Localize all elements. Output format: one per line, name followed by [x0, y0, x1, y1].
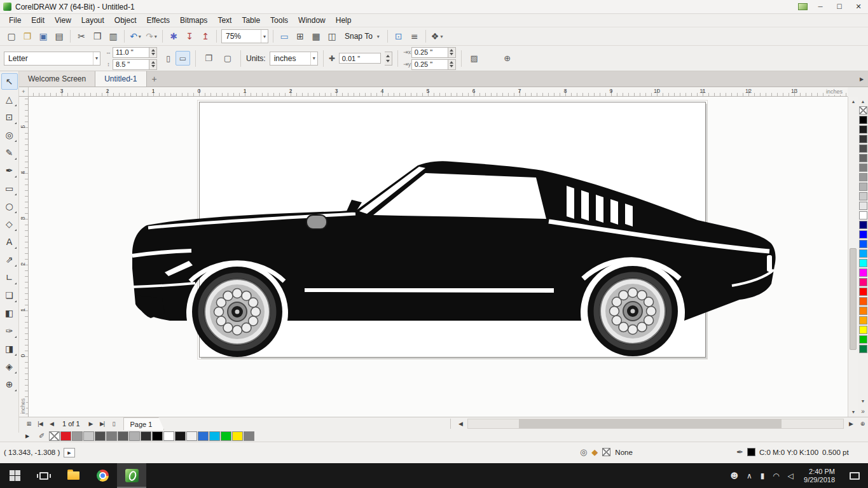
straight-line-connector-tool[interactable]: ∟	[1, 269, 18, 286]
battery-icon[interactable]: ▮	[761, 471, 765, 480]
fill-type-icon[interactable]: ◆	[591, 447, 598, 457]
action-center-button[interactable]	[841, 463, 868, 488]
search-content-button[interactable]: ✱	[166, 29, 181, 44]
hscroll-left-button[interactable]: ◀	[455, 418, 466, 429]
menu-item-tools[interactable]: Tools	[265, 15, 293, 26]
next-page-button[interactable]: ▶	[85, 418, 97, 429]
color-swatch[interactable]	[859, 278, 867, 286]
treat-as-filled-button[interactable]: ▨	[467, 51, 482, 66]
color-swatch[interactable]	[859, 211, 867, 220]
rear-wheel[interactable]	[588, 266, 678, 356]
color-swatch[interactable]	[129, 431, 140, 441]
car-drawing[interactable]	[130, 160, 779, 358]
undo-button[interactable]: ↶▾	[128, 29, 143, 44]
color-swatch[interactable]	[859, 345, 867, 353]
units-select[interactable]: inches ▾	[270, 52, 318, 66]
drawing-canvas[interactable]	[29, 97, 848, 417]
tab-welcome-screen[interactable]: Welcome Screen	[19, 71, 95, 87]
duplicate-x-field[interactable]: 0.25 "	[411, 47, 448, 58]
menu-item-view[interactable]: View	[50, 15, 76, 26]
menu-item-layout[interactable]: Layout	[76, 15, 109, 26]
page-icon[interactable]: ▯	[108, 418, 120, 429]
tab-scroll-right-button[interactable]: ▶	[857, 74, 867, 84]
menu-item-bitmaps[interactable]: Bitmaps	[175, 15, 212, 26]
color-swatch[interactable]	[232, 431, 243, 441]
menu-item-text[interactable]: Text	[212, 15, 237, 26]
color-swatch[interactable]	[186, 431, 197, 441]
rectangle-tool[interactable]: ▭	[1, 180, 18, 197]
close-button[interactable]: ✕	[849, 0, 868, 13]
menu-item-window[interactable]: Window	[293, 15, 331, 26]
volume-icon[interactable]: ◁	[788, 471, 794, 480]
palette-expand-button[interactable]: »	[858, 407, 868, 415]
smart-fill-tool[interactable]: ◈	[1, 358, 18, 375]
color-swatch[interactable]	[859, 106, 867, 115]
show-guidelines-button[interactable]: ◫	[324, 29, 340, 44]
color-swatch[interactable]	[95, 431, 106, 441]
hidden-icons-chevron[interactable]: ∧	[747, 471, 752, 480]
menu-item-object[interactable]: Object	[109, 15, 142, 26]
import-button[interactable]: ↧	[182, 29, 197, 44]
menu-item-file[interactable]: File	[4, 15, 26, 26]
color-swatch[interactable]	[859, 183, 867, 191]
scroll-up-button[interactable]: ▲	[848, 97, 858, 106]
duplicate-x-spinner[interactable]	[448, 47, 456, 58]
text-tool[interactable]: A	[1, 234, 18, 250]
vertical-scrollbar[interactable]: ▲ ▼	[848, 97, 858, 417]
page-width-field[interactable]: 11.0 "	[113, 47, 149, 58]
page-tab-page-1[interactable]: Page 1	[123, 417, 165, 430]
tail-light[interactable]	[767, 255, 772, 272]
portrait-button[interactable]: ▯	[161, 51, 176, 66]
redo-button[interactable]: ↷▾	[144, 29, 159, 44]
nudge-spinner[interactable]	[385, 52, 392, 66]
color-swatch[interactable]	[859, 173, 867, 181]
show-rulers-button[interactable]: ⊞	[293, 29, 308, 44]
color-swatch[interactable]	[152, 431, 163, 441]
color-swatch[interactable]	[859, 335, 867, 344]
palette-flyout-button[interactable]: ▶	[25, 433, 34, 439]
outline-pen-icon[interactable]: ✒	[736, 447, 743, 457]
open-button[interactable]: ❐	[20, 29, 35, 44]
duplicate-y-spinner[interactable]	[448, 59, 456, 70]
first-page-button[interactable]: |◀	[34, 418, 46, 429]
color-swatch[interactable]	[175, 431, 186, 441]
color-swatch[interactable]	[198, 431, 209, 441]
start-button[interactable]	[0, 463, 29, 488]
maximize-button[interactable]: ☐	[830, 0, 849, 13]
zoom-tool[interactable]: ◎	[1, 127, 18, 143]
color-swatch[interactable]	[221, 431, 231, 441]
hscroll-right-button[interactable]: ▶	[845, 418, 857, 429]
drop-shadow-tool[interactable]: ❏	[1, 287, 18, 303]
front-wheel[interactable]	[192, 267, 282, 357]
color-swatch[interactable]	[859, 240, 867, 248]
parallel-dimension-tool[interactable]: ⇗	[1, 251, 18, 268]
palette-scroll-up-button[interactable]: ▲	[858, 97, 868, 106]
copy-button[interactable]: ❒	[90, 29, 105, 44]
color-swatch[interactable]	[60, 431, 71, 441]
account-icon[interactable]	[794, 0, 811, 13]
color-swatch[interactable]	[859, 297, 867, 305]
cut-button[interactable]: ✂	[74, 29, 89, 44]
color-swatch[interactable]	[859, 125, 867, 134]
network-icon[interactable]: ◠	[773, 471, 779, 480]
show-grid-button[interactable]: ▦	[308, 29, 324, 44]
minimize-button[interactable]: ─	[811, 0, 830, 13]
page-height-field[interactable]: 8.5 "	[113, 59, 149, 70]
current-page-button[interactable]: ▢	[220, 51, 235, 66]
color-swatch[interactable]	[859, 144, 867, 153]
fullscreen-preview-button[interactable]: ▭	[277, 29, 292, 44]
taskbar-clock[interactable]: 2:40 PM 9/29/2018	[797, 468, 841, 484]
file-explorer-button[interactable]	[59, 463, 88, 488]
zoom-fit-button[interactable]: ⊕	[857, 418, 868, 429]
color-swatch[interactable]	[859, 259, 867, 267]
palette-scroll-down-button[interactable]: ▼	[858, 396, 868, 405]
color-swatch[interactable]	[163, 431, 174, 441]
add-page-button[interactable]: ⊞	[23, 418, 34, 429]
shape-tool[interactable]: △	[1, 91, 18, 108]
welcome-screen-button[interactable]: ⊡	[391, 29, 406, 44]
people-icon[interactable]: ☻	[730, 471, 738, 480]
color-swatch[interactable]	[209, 431, 220, 441]
task-view-button[interactable]	[29, 463, 59, 488]
color-swatch[interactable]	[859, 307, 867, 315]
color-eyedropper-tool[interactable]: ✑	[1, 323, 18, 339]
